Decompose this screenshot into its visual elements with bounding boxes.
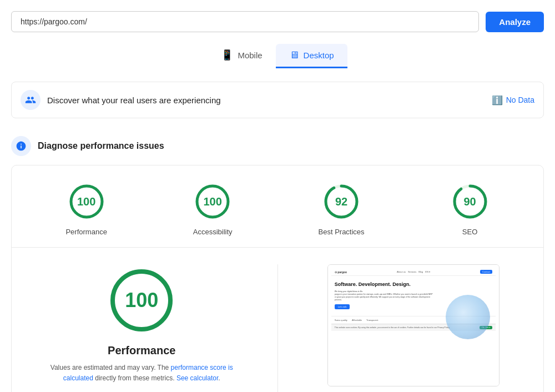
site-logo: ⊙ pargoo bbox=[335, 270, 347, 274]
score-item-performance: 100 Performance bbox=[65, 182, 107, 236]
site-hero: Software. Development. Design. We bring … bbox=[331, 278, 496, 313]
site-contact-btn: Contact bbox=[480, 270, 492, 274]
score-circles-row: 100 Performance 100 Accessibility bbox=[12, 165, 543, 248]
accessibility-circle: 100 bbox=[193, 182, 232, 221]
diagnose-label: Diagnose performance issues bbox=[38, 141, 164, 151]
real-users-text: Discover what your real users are experi… bbox=[47, 96, 221, 105]
best-practices-label: Best Practices bbox=[319, 228, 365, 236]
no-data-label: No Data bbox=[506, 96, 534, 104]
analyze-button[interactable]: Analyze bbox=[486, 12, 544, 32]
nav-services: Services bbox=[408, 270, 416, 273]
site-globe-graphic bbox=[446, 295, 490, 339]
tab-desktop-label: Desktop bbox=[304, 51, 334, 60]
seo-circle: 90 bbox=[451, 182, 490, 221]
performance-circle: 100 bbox=[67, 182, 106, 221]
diagnose-icon bbox=[11, 136, 31, 156]
site-cta-btn: Let's talk bbox=[335, 304, 350, 309]
site-preview-content: ⊙ pargoo About us Services Blog EN ▾ Con… bbox=[328, 265, 499, 386]
seo-value: 90 bbox=[463, 195, 476, 208]
diagnose-section: Diagnose performance issues bbox=[11, 129, 544, 165]
desktop-icon: 🖥 bbox=[289, 49, 299, 61]
url-input[interactable] bbox=[11, 11, 479, 32]
detail-left: 100 Performance Values are estimated and… bbox=[28, 264, 255, 392]
calculator-link[interactable]: See calculator bbox=[176, 374, 218, 382]
site-hero-body: We bring your digital ideas to life.parg… bbox=[335, 290, 435, 302]
performance-value: 100 bbox=[77, 195, 95, 208]
detail-right: ⊙ pargoo About us Services Blog EN ▾ Con… bbox=[300, 264, 527, 386]
score-card: 100 Performance 100 Accessibility bbox=[11, 165, 544, 392]
score-item-seo: 90 SEO bbox=[451, 182, 490, 236]
detail-section: 100 Performance Values are estimated and… bbox=[12, 248, 543, 392]
site-nav-links: About us Services Blog EN ▾ bbox=[397, 270, 430, 273]
best-practices-value: 92 bbox=[335, 195, 347, 208]
seo-label: SEO bbox=[462, 228, 477, 236]
score-item-accessibility: 100 Accessibility bbox=[193, 182, 233, 236]
vertical-divider bbox=[278, 264, 278, 392]
site-hero-title: Software. Development. Design. bbox=[335, 282, 492, 288]
no-data-link[interactable]: ℹ️ No Data bbox=[492, 95, 534, 105]
nav-lang: EN ▾ bbox=[425, 270, 430, 273]
tab-desktop[interactable]: 🖥 Desktop bbox=[276, 44, 347, 68]
detail-performance-title: Performance bbox=[108, 344, 175, 357]
real-users-banner: Discover what your real users are experi… bbox=[11, 82, 544, 118]
tab-mobile[interactable]: 📱 Mobile bbox=[208, 43, 275, 68]
score-item-best-practices: 92 Best Practices bbox=[319, 182, 365, 236]
users-icon bbox=[21, 90, 41, 110]
big-performance-value: 100 bbox=[125, 289, 158, 312]
nav-blog: Blog bbox=[418, 270, 423, 273]
nav-about: About us bbox=[397, 270, 406, 273]
site-screenshot: ⊙ pargoo About us Services Blog EN ▾ Con… bbox=[327, 264, 500, 386]
info-circle-icon: ℹ️ bbox=[492, 95, 503, 105]
mobile-icon: 📱 bbox=[221, 49, 233, 61]
site-nav: ⊙ pargoo About us Services Blog EN ▾ Con… bbox=[331, 268, 496, 276]
real-users-left: Discover what your real users are experi… bbox=[21, 90, 221, 110]
detail-description: Values are estimated and may vary. The p… bbox=[47, 363, 236, 384]
best-practices-circle: 92 bbox=[322, 182, 361, 221]
accessibility-label: Accessibility bbox=[193, 228, 233, 236]
footer-affordable: Affordable bbox=[352, 319, 362, 321]
footer-transparent: Transparent bbox=[366, 319, 378, 321]
tab-mobile-label: Mobile bbox=[238, 51, 262, 60]
footer-quality: Swiss quality bbox=[335, 319, 347, 321]
accessibility-value: 100 bbox=[204, 195, 222, 208]
big-performance-circle: 100 bbox=[105, 264, 178, 336]
view-tabs: 📱 Mobile 🖥 Desktop bbox=[11, 43, 544, 68]
performance-label: Performance bbox=[65, 228, 107, 236]
